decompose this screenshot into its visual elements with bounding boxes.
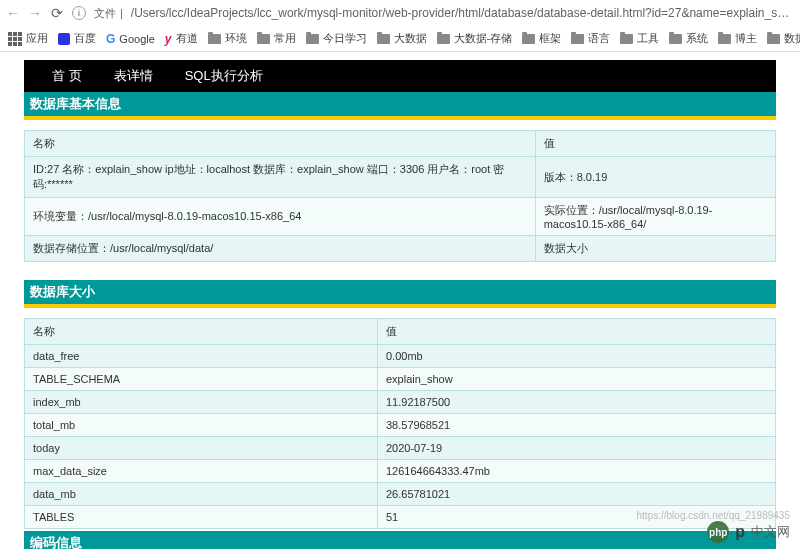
table-row: max_data_size126164664333.47mb [25,460,776,483]
folder-icon [257,34,270,44]
baidu-icon [58,33,70,45]
th-name: 名称 [25,319,378,345]
youdao-icon: y [165,32,172,46]
php-logo-icon: php [707,521,729,543]
address-bar[interactable]: /Users/lcc/IdeaProjects/lcc_work/mysql-m… [131,6,794,20]
watermark: php p 中文网 [707,521,790,543]
bm-youdao[interactable]: y有道 [165,31,198,46]
bm-db[interactable]: 数据库 [767,31,800,46]
table-row: today2020-07-19 [25,437,776,460]
bm-baidu[interactable]: 百度 [58,31,96,46]
google-icon: G [106,32,115,46]
folder-icon [437,34,450,44]
basic-table: 名称值 ID:27 名称：explain_show ip地址：localhost… [24,130,776,262]
bm-common[interactable]: 常用 [257,31,296,46]
size-table: 名称值 data_free0.00mb TABLE_SCHEMAexplain_… [24,318,776,529]
table-row: ID:27 名称：explain_show ip地址：localhost 数据库… [25,157,776,198]
site-info-icon[interactable]: i [72,6,86,20]
apps-button[interactable]: 应用 [8,31,48,46]
forward-button[interactable]: → [28,6,42,20]
watermark-url: https://blog.csdn.net/qq_21989435 [637,510,790,521]
folder-icon [620,34,633,44]
watermark-p: p [735,523,745,541]
nav-table[interactable]: 表详情 [114,67,153,85]
bm-lang[interactable]: 语言 [571,31,610,46]
table-row: index_mb11.92187500 [25,391,776,414]
folder-icon [718,34,731,44]
section-basic-title: 数据库基本信息 [24,92,776,120]
folder-icon [306,34,319,44]
bm-study[interactable]: 今日学习 [306,31,367,46]
nav-sql[interactable]: SQL执行分析 [185,67,263,85]
bm-bigdata[interactable]: 大数据 [377,31,427,46]
folder-icon [767,34,780,44]
th-name: 名称 [25,131,536,157]
apps-icon [8,32,22,46]
folder-icon [571,34,584,44]
bm-env[interactable]: 环境 [208,31,247,46]
watermark-text: 中文网 [751,523,790,541]
top-nav: 首 页 表详情 SQL执行分析 [24,60,776,92]
table-row: data_free0.00mb [25,345,776,368]
th-value: 值 [535,131,775,157]
folder-icon [522,34,535,44]
bm-framework[interactable]: 框架 [522,31,561,46]
folder-icon [377,34,390,44]
bm-blog[interactable]: 博主 [718,31,757,46]
section-encoding-title: 编码信息 [24,531,776,549]
table-row: data_mb26.65781021 [25,483,776,506]
bm-system[interactable]: 系统 [669,31,708,46]
bm-bigdata-store[interactable]: 大数据-存储 [437,31,513,46]
reload-button[interactable]: ⟳ [50,6,64,20]
bookmarks-bar: 应用 百度 GGoogle y有道 环境 常用 今日学习 大数据 大数据-存储 … [0,26,800,52]
bm-tools[interactable]: 工具 [620,31,659,46]
back-button[interactable]: ← [6,6,20,20]
nav-home[interactable]: 首 页 [52,67,82,85]
folder-icon [208,34,221,44]
table-row: 数据存储位置：/usr/local/mysql/data/数据大小 [25,236,776,262]
table-row: 环境变量：/usr/local/mysql-8.0.19-macos10.15-… [25,198,776,236]
bm-google[interactable]: GGoogle [106,32,155,46]
th-value: 值 [377,319,775,345]
table-row: total_mb38.57968521 [25,414,776,437]
table-row: TABLE_SCHEMAexplain_show [25,368,776,391]
url-scheme: 文件 | [94,6,123,21]
folder-icon [669,34,682,44]
page-content: 首 页 表详情 SQL执行分析 数据库基本信息 名称值 ID:27 名称：exp… [0,52,800,549]
browser-toolbar: ← → ⟳ i 文件 | /Users/lcc/IdeaProjects/lcc… [0,0,800,26]
section-size-title: 数据库大小 [24,280,776,308]
